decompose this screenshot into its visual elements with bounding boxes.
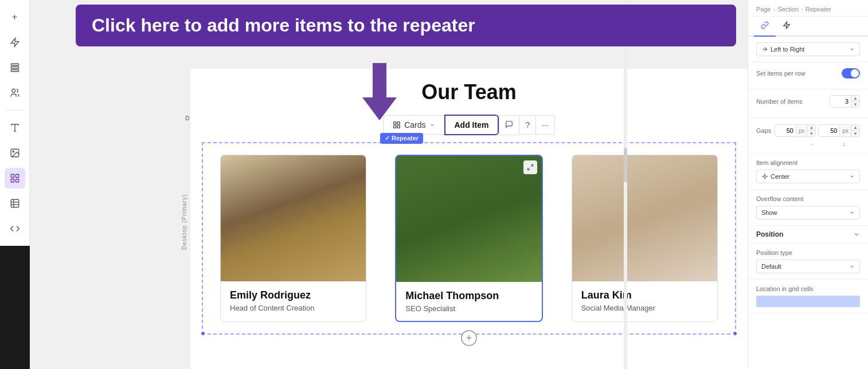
breadcrumb-section[interactable]: Section bbox=[777, 6, 799, 13]
canvas-page: Our Team Cards Add Item ? bbox=[190, 69, 748, 369]
svg-rect-3 bbox=[11, 70, 19, 72]
sidebar-code-icon[interactable] bbox=[5, 218, 25, 239]
svg-point-33 bbox=[453, 174, 485, 206]
gap-v-unit: px bbox=[839, 126, 851, 136]
location-grid-visual[interactable] bbox=[756, 296, 860, 307]
position-type-dropdown[interactable]: Default bbox=[756, 260, 860, 273]
cards-container: Emily Rodriguez Head of Content Creation bbox=[202, 142, 736, 335]
svg-rect-23 bbox=[256, 201, 302, 235]
sidebar-table-icon[interactable] bbox=[5, 193, 25, 214]
cards-chevron-icon bbox=[429, 122, 435, 128]
location-section: Location in grid cells bbox=[748, 280, 868, 313]
card-michael[interactable]: Michael Thompson SEO Specialist ✥ bbox=[395, 155, 542, 322]
page-title: Our Team bbox=[190, 69, 748, 110]
breadcrumb-repeater[interactable]: Repeater bbox=[806, 6, 831, 13]
direction-icon bbox=[761, 46, 768, 53]
svg-rect-22 bbox=[222, 155, 365, 281]
add-item-button[interactable]: Add Item bbox=[444, 115, 499, 135]
gap-v-field[interactable] bbox=[819, 125, 839, 136]
annotation-banner: Click here to add more items to the repe… bbox=[76, 5, 736, 46]
sidebar-people-icon[interactable] bbox=[5, 83, 25, 103]
number-of-items-input[interactable]: ▲ ▼ bbox=[830, 95, 860, 108]
position-type-chevron bbox=[849, 264, 855, 269]
number-of-items-field[interactable] bbox=[830, 96, 851, 107]
position-label: Position bbox=[756, 230, 783, 238]
interact-tab-icon bbox=[783, 21, 791, 29]
gap-h-field[interactable] bbox=[775, 125, 796, 136]
michael-silhouette bbox=[396, 156, 541, 282]
gap-v-down[interactable]: ▼ bbox=[851, 131, 859, 136]
breadcrumb-page[interactable]: Page bbox=[756, 6, 771, 13]
position-type-section: Position type Default bbox=[748, 244, 868, 280]
card-laura[interactable]: Laura Kim Social Media Manager bbox=[572, 155, 718, 322]
svg-rect-34 bbox=[573, 155, 716, 281]
more-button[interactable]: ··· bbox=[536, 115, 555, 135]
sidebar-fonts-icon[interactable] bbox=[5, 117, 25, 138]
alignment-dropdown[interactable]: Center bbox=[756, 170, 860, 183]
gaps-label: Gaps bbox=[756, 127, 771, 134]
breadcrumb-sep-1: › bbox=[773, 6, 776, 13]
desktop-label-text: Desktop (Primary) bbox=[182, 194, 188, 250]
position-section-header[interactable]: Position bbox=[748, 226, 868, 244]
gap-h-input[interactable]: px ▲ ▼ bbox=[775, 124, 816, 137]
number-of-items-section: Number of items ▲ ▼ bbox=[748, 89, 868, 119]
scroll-indicator bbox=[624, 0, 627, 369]
sidebar-media-icon[interactable] bbox=[5, 143, 25, 163]
svg-rect-10 bbox=[15, 174, 18, 177]
gap-h-sublabel: ↔ bbox=[797, 142, 827, 147]
direction-value: Left to Right bbox=[771, 46, 804, 53]
michael-card-content: Michael Thompson SEO Specialist bbox=[396, 282, 541, 321]
overflow-chevron bbox=[849, 210, 855, 215]
number-up-arrow[interactable]: ▲ bbox=[851, 96, 859, 101]
main-canvas: Click here to add more items to the repe… bbox=[30, 0, 748, 369]
svg-point-25 bbox=[269, 180, 295, 205]
svg-rect-24 bbox=[257, 202, 301, 234]
help-button[interactable]: ? bbox=[519, 115, 536, 135]
position-chevron bbox=[853, 231, 860, 238]
card-emily[interactable]: Emily Rodriguez Head of Content Creation bbox=[220, 155, 366, 322]
panel-tabs bbox=[748, 17, 868, 37]
gap-h-down[interactable]: ▼ bbox=[807, 131, 815, 136]
expand-icon[interactable] bbox=[523, 160, 537, 174]
sidebar-pages-icon[interactable] bbox=[5, 32, 25, 53]
gaps-labels-row: ↔ 1 bbox=[756, 142, 860, 147]
edge-dot-right bbox=[732, 331, 738, 336]
bottom-add-button[interactable]: + bbox=[461, 330, 477, 346]
svg-rect-13 bbox=[11, 199, 19, 207]
alignment-section: Item alignment Center bbox=[748, 154, 868, 190]
items-per-row-toggle[interactable] bbox=[842, 68, 860, 78]
direction-dropdown[interactable]: Left to Right bbox=[756, 42, 860, 56]
repeater-badge: ✓ Repeater bbox=[380, 133, 423, 144]
comment-icon bbox=[505, 120, 513, 128]
breadcrumb: Page › Section › Repeater bbox=[748, 0, 868, 17]
number-of-items-row: Number of items ▲ ▼ bbox=[756, 95, 860, 108]
annotation-arrow bbox=[362, 63, 397, 120]
sidebar-layers-icon[interactable] bbox=[5, 57, 25, 78]
direction-chevron bbox=[849, 46, 855, 52]
edge-dot-left bbox=[200, 331, 206, 336]
comment-button[interactable] bbox=[499, 115, 519, 135]
svg-rect-27 bbox=[397, 156, 541, 282]
sidebar-components-icon[interactable] bbox=[5, 168, 25, 189]
svg-rect-18 bbox=[397, 122, 400, 124]
breadcrumb-sep-2: › bbox=[801, 6, 803, 13]
gap-h-up[interactable]: ▲ bbox=[807, 125, 815, 131]
gap-v-input[interactable]: px ▲ ▼ bbox=[818, 124, 860, 137]
d-marker: D bbox=[185, 115, 190, 121]
svg-rect-19 bbox=[394, 125, 396, 128]
number-arrows: ▲ ▼ bbox=[851, 96, 859, 107]
overflow-dropdown[interactable]: Show bbox=[756, 206, 860, 219]
svg-point-36 bbox=[627, 170, 662, 204]
number-down-arrow[interactable]: ▼ bbox=[851, 101, 859, 107]
svg-rect-21 bbox=[222, 155, 365, 281]
panel-tab-design[interactable] bbox=[754, 17, 776, 37]
svg-point-8 bbox=[13, 151, 14, 152]
panel-tab-interact[interactable] bbox=[776, 17, 797, 37]
svg-rect-35 bbox=[573, 155, 716, 281]
right-panel: Page › Section › Repeater Left to Right bbox=[748, 0, 868, 369]
laura-card-content: Laura Kim Social Media Manager bbox=[572, 281, 717, 320]
scroll-thumb[interactable] bbox=[624, 148, 627, 182]
sidebar-add-icon[interactable]: + bbox=[5, 7, 25, 28]
gap-v-up[interactable]: ▲ bbox=[851, 125, 859, 131]
gap-h-unit: px bbox=[796, 126, 807, 136]
